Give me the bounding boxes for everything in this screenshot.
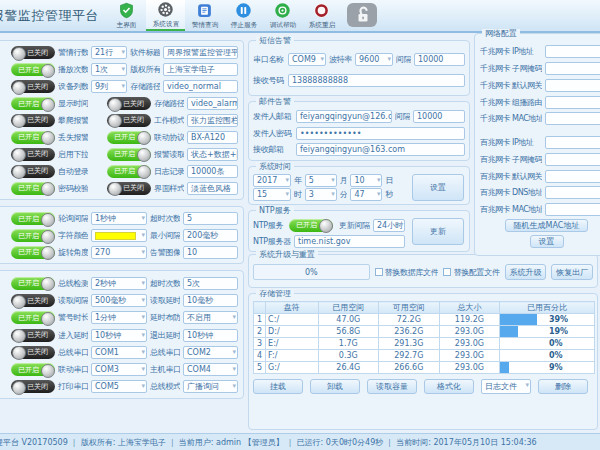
toggle-switch[interactable]: 已开启 <box>107 165 151 178</box>
value-combo[interactable]: 广播询问▾ <box>183 380 238 393</box>
nav-item-2[interactable]: 系统设置 <box>146 0 185 31</box>
mount-button[interactable]: 挂载 <box>253 379 303 394</box>
network-input[interactable] <box>545 203 600 216</box>
row-enable-toggle[interactable]: 已关闭 <box>11 294 55 307</box>
value-input[interactable]: 张力监控围栏 <box>187 114 238 127</box>
sender-input[interactable]: feiyangqingyun@126.com <box>296 110 392 123</box>
network-input[interactable] <box>545 170 600 183</box>
update-interval-combo[interactable]: 24小时▾ <box>373 219 405 232</box>
value-input[interactable]: 10 <box>183 246 238 259</box>
network-set-button[interactable]: 设置 <box>530 235 564 248</box>
day-combo[interactable]: 10▾ <box>350 174 382 187</box>
row-enable-toggle[interactable]: 已关闭 <box>11 165 55 178</box>
nav-item-1[interactable]: 主界面 <box>107 0 146 31</box>
row-enable-toggle[interactable]: 已关闭 <box>11 114 55 127</box>
row-enable-toggle[interactable]: 已关闭 <box>11 80 55 93</box>
unlock-icon[interactable] <box>347 3 377 29</box>
value-combo[interactable]: 500毫秒▾ <box>91 294 147 307</box>
year-combo[interactable]: 2017▾ <box>253 174 291 187</box>
baud-combo[interactable]: 9600▾ <box>355 53 393 66</box>
color-combo[interactable]: ▾ <box>91 229 147 242</box>
value-combo[interactable]: 不启用▾ <box>183 311 238 324</box>
value-combo[interactable]: COM1▾ <box>91 346 147 359</box>
email-interval-input[interactable]: 10000 <box>413 110 465 123</box>
drive-row[interactable]: 5G:/26.4G266.6G293.0G9% <box>254 362 595 374</box>
system-upgrade-button[interactable]: 系统升级 <box>505 264 547 280</box>
value-combo[interactable]: 9列▾ <box>91 80 127 93</box>
value-combo[interactable]: 1秒钟▾ <box>91 212 147 225</box>
value-input[interactable]: 周界报警监控管理平台 <box>163 46 238 59</box>
row-enable-toggle[interactable]: 已开启 <box>11 63 55 76</box>
month-combo[interactable]: 5▾ <box>305 174 337 187</box>
delete-button[interactable]: 删除 <box>538 379 588 394</box>
replace-config-checkbox[interactable]: 替换配置文件 <box>443 267 499 278</box>
network-input[interactable] <box>545 96 600 109</box>
replace-db-checkbox[interactable]: 替换数据库文件 <box>375 267 439 278</box>
network-input[interactable] <box>545 62 600 75</box>
set-time-button[interactable]: 设置 <box>412 174 464 201</box>
row-enable-toggle[interactable]: 已开启 <box>11 229 55 242</box>
row-enable-toggle[interactable]: 已开启 <box>11 212 55 225</box>
value-input[interactable]: 10秒钟 <box>183 329 238 342</box>
value-input[interactable]: video_alarm <box>187 97 238 110</box>
row-enable-toggle[interactable]: 已开启 <box>11 246 55 259</box>
network-input[interactable] <box>545 136 600 149</box>
sms-interval-input[interactable]: 10000 <box>414 53 465 66</box>
file-type-combo[interactable]: 日志文件▾ <box>481 379 531 394</box>
ntp-update-button[interactable]: 更新 <box>412 218 464 245</box>
row-enable-toggle[interactable]: 已开启 <box>11 363 55 376</box>
row-enable-toggle[interactable]: 已开启 <box>11 311 55 324</box>
nav-item-6[interactable]: 系统重启 <box>302 0 341 31</box>
toggle-switch[interactable]: 已开启 <box>107 148 151 161</box>
row-enable-toggle[interactable]: 已关闭 <box>11 46 55 59</box>
read-capacity-button[interactable]: 读取容量 <box>367 379 417 394</box>
sender-pwd-input[interactable]: ••••••••••••• <box>296 127 465 140</box>
value-combo[interactable]: 270▾ <box>91 246 147 259</box>
value-combo[interactable]: COM4▾ <box>183 363 238 376</box>
serial-port-combo[interactable]: COM9▾ <box>288 53 326 66</box>
value-input[interactable]: BX-A120 <box>187 131 238 144</box>
row-enable-toggle[interactable]: 已开启 <box>11 182 55 195</box>
value-input[interactable]: video_normal <box>163 80 238 93</box>
value-combo[interactable]: 1分钟▾ <box>91 311 147 324</box>
value-input[interactable]: 状态+数据+配置 <box>187 148 238 161</box>
row-enable-toggle[interactable]: 已开启 <box>11 277 55 290</box>
value-combo[interactable]: 10秒钟▾ <box>91 329 147 342</box>
toggle-switch[interactable]: 已关闭 <box>107 114 151 127</box>
value-combo[interactable]: 1次▾ <box>91 63 127 76</box>
row-enable-toggle[interactable]: 已关闭 <box>11 380 55 393</box>
drive-row[interactable]: 3E:/1.7G291.3G293.0G0% <box>254 338 595 350</box>
value-combo[interactable]: 2秒钟▾ <box>91 277 147 290</box>
minute-combo[interactable]: 3▾ <box>305 188 337 201</box>
toggle-switch[interactable]: 已关闭 <box>107 97 151 110</box>
value-combo[interactable]: 21行▾ <box>91 46 127 59</box>
ntp-server-input[interactable]: time.nist.gov <box>294 235 405 248</box>
factory-reset-button[interactable]: 恢复出厂 <box>551 264 593 280</box>
row-enable-toggle[interactable]: 已关闭 <box>11 346 55 359</box>
drive-row[interactable]: 4F:/0.3G292.7G293.0G0% <box>254 350 595 362</box>
value-input[interactable]: 5次 <box>183 277 238 290</box>
recv-email-input[interactable]: feiyangqingyun@163.com <box>296 143 465 156</box>
second-combo[interactable]: 47▾ <box>350 188 382 201</box>
drive-row[interactable]: 2D:/56.8G236.2G293.0G19% <box>254 326 595 338</box>
drive-row[interactable]: 1C:/47.0G72.2G119.2G39% <box>254 314 595 326</box>
toggle-switch[interactable]: 已关闭 <box>107 182 151 195</box>
value-input[interactable]: 上海宝学电子 <box>163 63 238 76</box>
nav-item-3[interactable]: 警情查询 <box>185 0 224 31</box>
unmount-button[interactable]: 卸载 <box>310 379 360 394</box>
recv-number-input[interactable]: 13888888888 <box>288 74 465 87</box>
nav-item-4[interactable]: 停止服务 <box>224 0 263 31</box>
network-input[interactable] <box>545 45 600 58</box>
value-input[interactable]: 10000条 <box>187 165 238 178</box>
network-input[interactable] <box>545 112 600 125</box>
network-input[interactable] <box>545 79 600 92</box>
ntp-toggle[interactable]: 已开启 <box>289 219 333 232</box>
row-enable-toggle[interactable]: 已关闭 <box>11 329 55 342</box>
nav-item-5[interactable]: 调试帮助 <box>263 0 302 31</box>
value-input[interactable]: 淡蓝色风格 <box>187 182 238 195</box>
row-enable-toggle[interactable]: 已开启 <box>11 97 55 110</box>
random-mac-button[interactable]: 随机生成MAC地址 <box>505 219 589 232</box>
format-button[interactable]: 格式化 <box>424 379 474 394</box>
toggle-switch[interactable]: 已开启 <box>107 131 151 144</box>
hour-combo[interactable]: 15▾ <box>253 188 291 201</box>
